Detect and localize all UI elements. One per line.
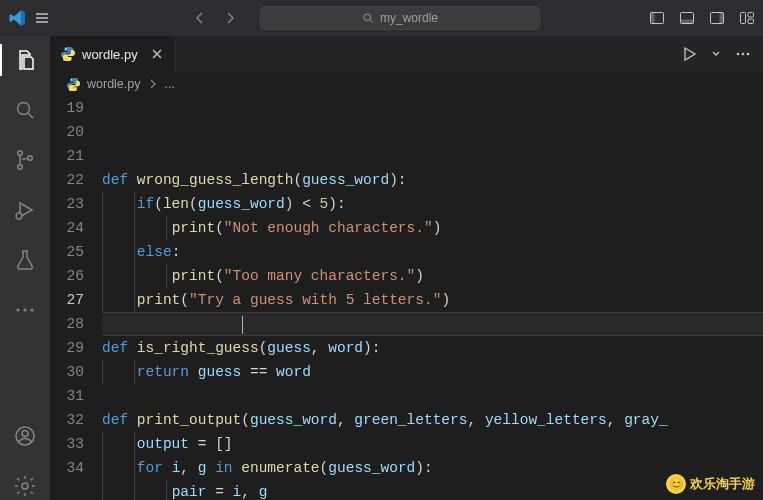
svg-point-24 [742,53,745,56]
activity-settings-icon[interactable] [11,472,39,500]
editor-actions [669,36,763,72]
run-dropdown-icon[interactable] [711,49,721,59]
svg-point-15 [16,308,19,311]
code-line[interactable]: def print_output(guess_word, green_lette… [102,408,763,432]
watermark-icon: 😊 [666,474,686,494]
code-line[interactable]: pair = i, g [102,480,763,500]
line-number: 29 [50,336,84,360]
svg-rect-6 [720,13,724,24]
code-line[interactable] [102,144,763,168]
svg-point-21 [65,48,67,50]
toggle-primary-sidebar-icon[interactable] [649,10,665,26]
line-number: 34 [50,456,84,480]
customize-layout-icon[interactable] [739,10,755,26]
nav-back-icon[interactable] [192,10,208,26]
watermark: 😊 欢乐淘手游 [666,474,755,494]
search-icon [362,12,374,24]
svg-point-22 [70,58,72,60]
vscode-icon [8,9,26,27]
code-line[interactable] [102,312,763,336]
code-line[interactable]: def is_right_guess(guess, word): [102,336,763,360]
svg-point-20 [22,483,28,489]
code-line[interactable]: def wrong_guess_length(guess_word): [102,168,763,192]
code-line[interactable]: print("Not enough characters.") [102,216,763,240]
nav-arrows [192,10,238,26]
line-number: 28 [50,312,84,336]
python-file-icon [60,46,76,62]
code-line[interactable]: return guess == word [102,360,763,384]
svg-point-17 [30,308,33,311]
toggle-panel-icon[interactable] [679,10,695,26]
toggle-secondary-sidebar-icon[interactable] [709,10,725,26]
code-content[interactable]: def wrong_guess_length(guess_word): if(l… [102,96,763,500]
line-number-gutter: 19202122232425262728293031323334 [50,96,102,500]
line-number: 24 [50,216,84,240]
svg-point-27 [75,88,77,90]
chevron-right-icon [147,78,159,90]
svg-rect-8 [748,13,754,18]
svg-point-0 [364,14,371,21]
line-number: 19 [50,96,84,120]
nav-forward-icon[interactable] [222,10,238,26]
svg-point-26 [71,78,73,80]
code-editor[interactable]: 19202122232425262728293031323334 def wro… [50,96,763,500]
line-number: 23 [50,192,84,216]
breadcrumb-file: wordle.py [87,77,141,91]
svg-rect-7 [741,13,746,24]
line-number: 30 [50,360,84,384]
command-center[interactable]: my_wordle [260,6,540,30]
svg-point-13 [28,156,33,161]
line-number: 25 [50,240,84,264]
tab-filename: wordle.py [82,47,138,62]
svg-rect-2 [651,13,655,24]
text-cursor [242,316,243,334]
activity-source-control-icon[interactable] [11,146,39,174]
python-file-icon [66,77,81,92]
breadcrumb-symbol: ... [165,77,175,91]
code-line[interactable] [102,96,763,120]
line-number: 31 [50,384,84,408]
breadcrumb[interactable]: wordle.py ... [50,72,763,96]
watermark-text: 欢乐淘手游 [690,475,755,493]
run-file-icon[interactable] [681,46,697,62]
code-line[interactable] [102,384,763,408]
editor-group: wordle.py wordle.py ... 192 [50,36,763,500]
tab-bar: wordle.py [50,36,763,72]
code-line[interactable]: if(len(guess_word) < 5): [102,192,763,216]
tab-close-icon[interactable] [150,47,164,61]
line-number: 20 [50,120,84,144]
svg-point-25 [747,53,750,56]
title-bar: my_wordle [0,0,763,36]
code-line[interactable]: output = [] [102,432,763,456]
command-center-text: my_wordle [380,11,438,25]
code-line[interactable]: for i, g in enumerate(guess_word): [102,456,763,480]
svg-point-11 [18,151,23,156]
line-number: 26 [50,264,84,288]
editor-more-icon[interactable] [735,46,751,62]
line-number: 27 [50,288,84,312]
activity-bar [0,36,50,500]
code-line[interactable]: else: [102,240,763,264]
editor-tab[interactable]: wordle.py [50,36,175,72]
line-number: 21 [50,144,84,168]
layout-controls [649,10,755,26]
app-menu-icon[interactable] [34,10,54,26]
code-line[interactable] [102,120,763,144]
svg-point-16 [23,308,26,311]
svg-point-10 [18,103,30,115]
svg-point-19 [22,431,28,437]
activity-accounts-icon[interactable] [11,422,39,450]
code-line[interactable]: print("Too many characters.") [102,264,763,288]
code-line[interactable]: print("Try a guess with 5 letters.") [102,288,763,312]
svg-rect-4 [681,20,694,24]
activity-run-debug-icon[interactable] [11,196,39,224]
line-number: 22 [50,168,84,192]
line-number: 33 [50,432,84,456]
activity-explorer-icon[interactable] [11,46,39,74]
line-number: 32 [50,408,84,432]
activity-overflow-icon[interactable] [11,296,39,324]
activity-search-icon[interactable] [11,96,39,124]
activity-testing-icon[interactable] [11,246,39,274]
svg-point-12 [18,165,23,170]
svg-point-23 [737,53,740,56]
